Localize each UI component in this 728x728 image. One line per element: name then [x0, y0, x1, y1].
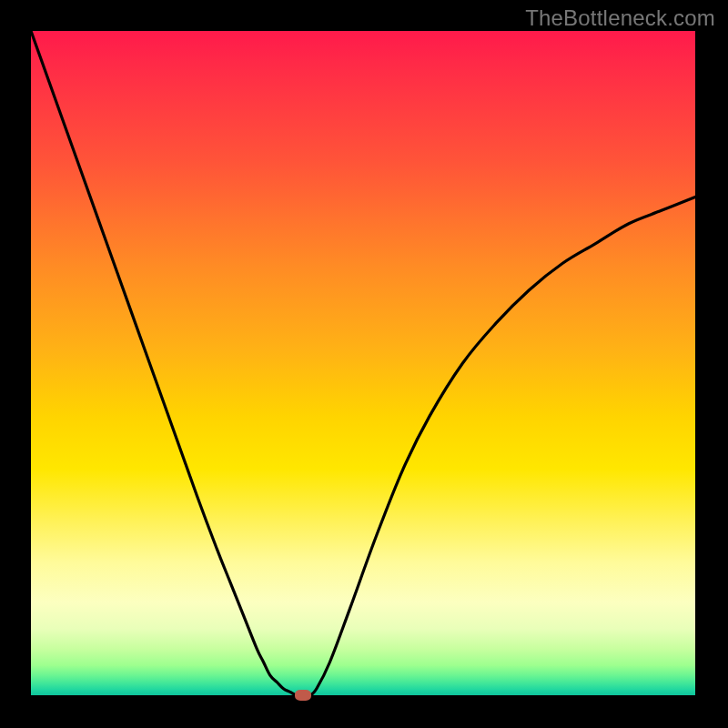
curve-path	[31, 31, 695, 695]
bottleneck-curve	[31, 31, 695, 695]
optimal-point-marker	[295, 690, 311, 701]
watermark-text: TheBottleneck.com	[525, 5, 715, 31]
chart-frame: TheBottleneck.com	[0, 0, 728, 728]
